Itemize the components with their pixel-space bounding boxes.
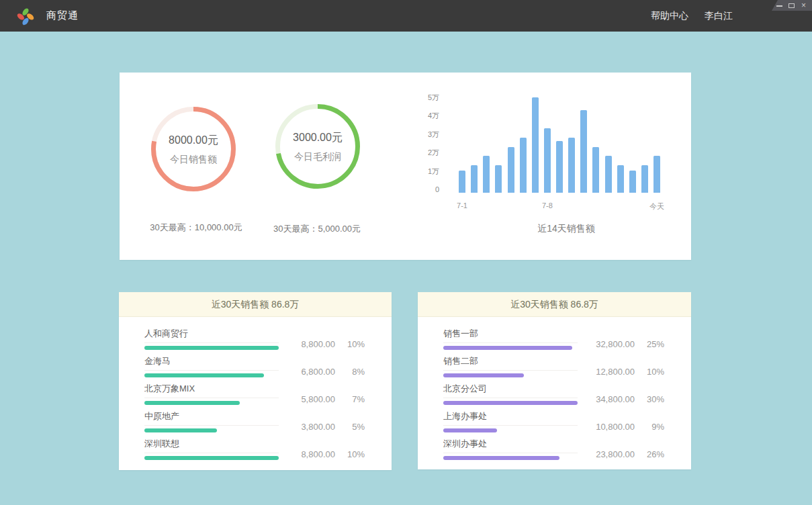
row-numbers: 23,800.0026% [585,449,664,460]
y-axis-tick: 0 [435,183,439,195]
sales-14d-bar-chart [459,97,660,193]
daily-sales-bar [532,97,539,193]
row-numbers: 10,800.009% [585,422,664,432]
row-label: 上海办事处 [443,410,578,425]
row-label: 销售二部 [443,355,578,370]
row-value: 12,800.00 [585,367,635,377]
row-percent: 25% [635,339,664,349]
row-bar [144,456,279,460]
daily-sales-bar [641,165,648,193]
daily-sales-bar [653,156,660,193]
bar-chart-y-axis: 01万2万3万4万5万 [415,97,449,193]
row-bar [443,346,572,350]
x-axis-tick: 今天 [649,201,664,212]
y-axis-tick: 3万 [428,128,439,140]
row-numbers: 12,800.0010% [585,367,664,377]
list-item: 深圳办事处23,800.0026% [443,438,664,460]
row-numbers: 32,800.0025% [585,339,664,350]
row-bar [443,373,524,377]
customers-panel-title: 近30天销售额 86.8万 [119,292,392,317]
list-item: 深圳联想8,800.0010% [144,438,365,460]
user-menu[interactable]: 李白江 [705,10,733,22]
row-bar-track [144,370,279,377]
app-title: 商贸通 [46,9,79,22]
row-bar [443,401,578,405]
daily-sales-bar [495,165,502,193]
row-bar [443,428,497,432]
daily-sales-bar [459,171,465,193]
row-percent: 10% [335,449,365,459]
row-value: 32,800.00 [585,339,635,349]
row-bar-track [443,398,578,405]
list-item: 中原地产3,800.005% [144,410,365,432]
row-bar-track [144,342,279,350]
daily-sales-bar [605,156,612,193]
row-bar [144,346,279,350]
today-sales-gauge: 8000.00元 今日销售额 [146,102,240,196]
departments-panel-title: 近30天销售额 86.8万 [418,292,691,317]
daily-sales-bar [483,156,490,193]
x-axis-tick: 7-1 [457,201,467,210]
help-center-link[interactable]: 帮助中心 [651,10,688,22]
today-profit-gauge: 3000.00元 今日毛利润 [271,99,365,193]
row-percent: 26% [635,449,664,459]
maximize-icon[interactable] [788,2,795,9]
row-numbers: 5,800.007% [285,394,365,405]
row-bar-track [144,425,279,432]
row-percent: 7% [335,394,365,404]
y-axis-tick: 1万 [428,165,439,177]
row-percent: 10% [635,367,664,377]
y-axis-tick: 5万 [428,91,439,103]
row-bar [144,373,264,377]
y-axis-tick: 2万 [428,146,439,158]
daily-sales-bar [471,165,478,193]
row-numbers: 6,800.008% [285,367,365,377]
row-bar-track [443,342,578,350]
daily-sales-bar [592,147,599,193]
daily-sales-bar [580,110,587,193]
today-profit-label: 今日毛利润 [271,151,365,163]
row-label: 深圳联想 [144,438,279,453]
row-bar-track [443,370,578,377]
list-item: 北京分公司34,800.0030% [443,383,664,405]
row-value: 8,800.00 [285,449,335,459]
row-value: 6,800.00 [285,367,335,377]
row-value: 8,800.00 [285,339,335,349]
list-item: 人和商贸行8,800.0010% [144,328,365,350]
minimize-icon[interactable] [776,2,783,9]
row-percent: 8% [335,367,365,377]
row-numbers: 3,800.005% [285,422,365,432]
row-bar [144,428,217,432]
row-numbers: 8,800.0010% [285,449,365,460]
titlebar: 商贸通 帮助中心 李白江 [0,0,812,32]
daily-sales-bar [568,138,575,193]
row-bar-track [443,453,578,460]
y-axis-tick: 4万 [428,109,439,122]
daily-sales-bar [544,128,551,193]
today-profit-value: 3000.00元 [271,131,365,145]
row-bar-track [144,398,279,405]
customers-30d-panel: 近30天销售额 86.8万 人和商贸行8,800.0010%金海马6,800.0… [119,292,392,470]
close-icon[interactable]: × [800,2,807,9]
daily-sales-bar [508,147,514,193]
row-label: 人和商贸行 [144,328,279,342]
row-bar [144,401,240,405]
row-label: 北京万象MIX [144,383,279,398]
row-percent: 5% [335,422,365,432]
today-sales-label: 今日销售额 [146,154,240,166]
row-label: 北京分公司 [443,383,578,398]
departments-list: 销售一部32,800.0025%销售二部12,800.0010%北京分公司34,… [418,317,691,460]
row-label: 中原地产 [144,410,279,425]
row-percent: 10% [335,339,365,349]
row-label: 深圳办事处 [443,438,578,453]
customers-list: 人和商贸行8,800.0010%金海马6,800.008%北京万象MIX5,80… [119,317,392,460]
list-item: 销售二部12,800.0010% [443,355,664,377]
window-controls: × [772,0,812,11]
row-label: 金海马 [144,355,279,370]
bar-chart-x-axis: 7-17-8今天 [459,201,660,212]
profit-30d-max-caption: 30天最高：5,000.00元 [246,223,388,235]
row-percent: 30% [635,394,664,404]
row-value: 23,800.00 [585,449,635,459]
row-percent: 9% [635,422,664,432]
row-bar [443,456,559,460]
